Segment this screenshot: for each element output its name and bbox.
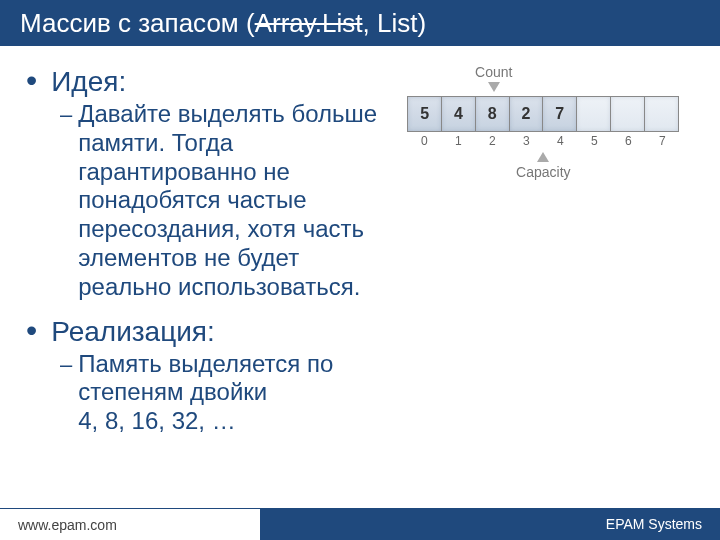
cell: 4 (442, 97, 476, 131)
footer: www.epam.com EPAM Systems (0, 508, 720, 540)
index: 5 (577, 134, 611, 148)
title-strike: Array.List (255, 8, 363, 38)
impl-label: Реализация: (51, 316, 215, 348)
bullet-icon: • (26, 314, 37, 346)
index: 7 (645, 134, 679, 148)
count-label: Count (409, 64, 579, 80)
bullet-icon: • (26, 64, 37, 96)
title-part2: , List) (363, 8, 427, 38)
footer-url: www.epam.com (0, 508, 260, 540)
index: 1 (441, 134, 475, 148)
index-row: 0 1 2 3 4 5 6 7 (407, 134, 679, 148)
dash-icon: – (60, 352, 72, 378)
cell: 8 (476, 97, 510, 131)
idea-label: Идея: (51, 66, 126, 98)
impl-text: Память выделяется по степеням двойки 4, … (78, 350, 392, 436)
cell: 2 (510, 97, 544, 131)
cell (577, 97, 611, 131)
slide-title: Массив с запасом (Array.List, List) (0, 0, 720, 46)
footer-brand: EPAM Systems (260, 508, 720, 540)
capacity-label: Capacity (407, 164, 679, 180)
arrow-up-icon (537, 152, 549, 162)
idea-text: Давайте выделять больше памяти. Тогда га… (78, 100, 392, 302)
index: 4 (543, 134, 577, 148)
arraylist-diagram: Count 5 4 8 2 7 0 1 2 3 4 5 6 (393, 64, 694, 180)
impl-line2: 4, 8, 16, 32, … (78, 407, 235, 434)
index: 6 (611, 134, 645, 148)
title-part1: Массив с запасом ( (20, 8, 255, 38)
impl-line1: Память выделяется по степеням двойки (78, 350, 333, 406)
cell (611, 97, 645, 131)
cell (645, 97, 679, 131)
cell: 7 (543, 97, 577, 131)
cell: 5 (408, 97, 442, 131)
arrow-down-icon (488, 82, 500, 92)
index: 2 (475, 134, 509, 148)
cells-row: 5 4 8 2 7 (407, 96, 679, 132)
index: 0 (407, 134, 441, 148)
index: 3 (509, 134, 543, 148)
dash-icon: – (60, 102, 72, 128)
